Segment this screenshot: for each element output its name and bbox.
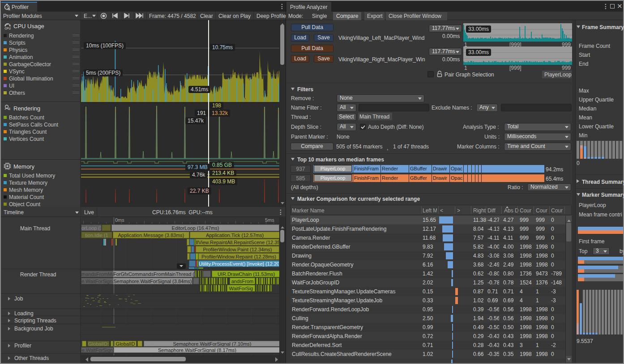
svg-text:CPU: CPU [4, 27, 11, 30]
